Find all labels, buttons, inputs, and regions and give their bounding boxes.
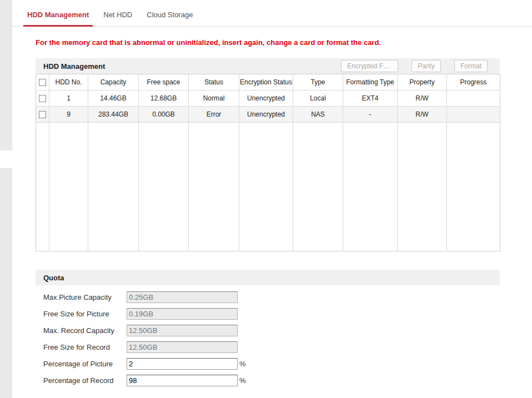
cell-hdd-no: 1 — [49, 90, 88, 107]
cell-formatting-type: EXT4 — [343, 90, 398, 107]
free-size-record-input — [127, 341, 238, 353]
cell-progress — [447, 90, 500, 107]
hdd-table: HDD No. Capacity Free space Status Encry… — [36, 74, 500, 251]
row-checkbox-cell — [36, 107, 49, 123]
field-max-record-capacity: Max. Record Capacity — [36, 322, 500, 339]
table-header-row: HDD No. Capacity Free space Status Encry… — [36, 74, 500, 90]
free-size-picture-input — [127, 308, 238, 320]
cell-encryption-status: Unencrypted — [239, 90, 293, 107]
cell-progress — [447, 107, 500, 123]
col-formatting-type: Formatting Type — [343, 74, 398, 90]
field-free-size-picture: Free Size for Picture — [36, 305, 500, 322]
cell-free-space: 0.00GB — [139, 107, 189, 123]
hdd-management-panel: HDD Management Encrypted Fo... Parity Fo… — [36, 58, 500, 251]
percentage-record-input[interactable] — [127, 375, 238, 386]
sidebar-strip-top — [0, 0, 12, 150]
col-progress: Progress — [447, 74, 500, 90]
percent-sign: % — [239, 360, 246, 368]
hdd-panel-header: HDD Management Encrypted Fo... Parity Fo… — [36, 58, 500, 74]
quota-panel-title: Quota — [43, 274, 64, 282]
sidebar-strip-bottom — [0, 168, 12, 398]
field-label: Max. Record Capacity — [43, 326, 127, 335]
field-label: Max.Picture Capacity — [43, 293, 127, 301]
cell-type: Local — [293, 90, 343, 107]
percent-sign: % — [239, 376, 246, 385]
quota-panel-header: Quota — [36, 270, 500, 285]
row-checkbox[interactable] — [39, 111, 46, 118]
tab-hdd-management[interactable]: HDD Management — [23, 3, 93, 27]
col-hdd-no: HDD No. — [49, 74, 88, 90]
field-percentage-picture: Percentage of Picture % — [36, 355, 500, 372]
field-percentage-record: Percentage of Record % — [36, 372, 500, 389]
cell-capacity: 283.44GB — [88, 107, 139, 123]
percentage-picture-input[interactable] — [127, 358, 238, 370]
col-type: Type — [293, 74, 343, 90]
tab-cloud-storage[interactable]: Cloud Storage — [143, 3, 197, 27]
cell-property: R/W — [398, 90, 447, 107]
cell-hdd-no: 9 — [49, 107, 88, 123]
cell-free-space: 12.68GB — [139, 90, 189, 107]
hdd-button-group: Encrypted Fo... Parity Format — [341, 60, 488, 72]
col-encryption-status: Encryption Status — [239, 74, 293, 90]
header-checkbox-cell — [36, 74, 49, 90]
cell-status: Error — [189, 107, 239, 123]
row-checkbox-cell — [36, 90, 49, 107]
field-label: Percentage of Picture — [43, 360, 127, 368]
cell-type: NAS — [293, 107, 343, 123]
encrypted-format-button[interactable]: Encrypted Fo... — [341, 60, 398, 72]
format-button[interactable]: Format — [454, 60, 488, 72]
field-max-picture-capacity: Max.Picture Capacity — [36, 289, 500, 305]
table-empty-area — [36, 123, 500, 251]
tab-net-hdd[interactable]: Net HDD — [99, 3, 136, 27]
hdd-panel-title: HDD Management — [43, 62, 105, 70]
row-checkbox[interactable] — [39, 95, 46, 102]
warning-text: For the memory card that is abnormal or … — [36, 38, 532, 47]
cell-encryption-status: Unencrypted — [239, 107, 293, 123]
field-label: Free Size for Picture — [43, 310, 127, 318]
tab-bar: HDD Management Net HDD Cloud Storage — [12, 0, 532, 27]
main-content: HDD Management Net HDD Cloud Storage For… — [12, 0, 532, 389]
col-property: Property — [398, 74, 447, 90]
cell-property: R/W — [398, 107, 447, 123]
field-label: Percentage of Record — [43, 376, 127, 385]
parity-button[interactable]: Parity — [411, 60, 441, 72]
table-row: 1 14.46GB 12.68GB Normal Unencrypted Loc… — [36, 90, 500, 107]
field-free-size-record: Free Size for Record — [36, 339, 500, 355]
select-all-checkbox[interactable] — [39, 79, 46, 86]
col-status: Status — [189, 74, 239, 90]
field-label: Free Size for Record — [43, 343, 127, 351]
table-row: 9 283.44GB 0.00GB Error Unencrypted NAS … — [36, 107, 500, 123]
max-picture-capacity-input — [127, 291, 238, 303]
max-record-capacity-input — [127, 325, 238, 336]
quota-panel: Quota Max.Picture Capacity Free Size for… — [36, 270, 500, 389]
col-capacity: Capacity — [88, 74, 139, 90]
cell-capacity: 14.46GB — [88, 90, 139, 107]
cell-status: Normal — [189, 90, 239, 107]
quota-fields: Max.Picture Capacity Free Size for Pictu… — [36, 285, 500, 389]
col-free-space: Free space — [139, 74, 189, 90]
cell-formatting-type: - — [343, 107, 398, 123]
